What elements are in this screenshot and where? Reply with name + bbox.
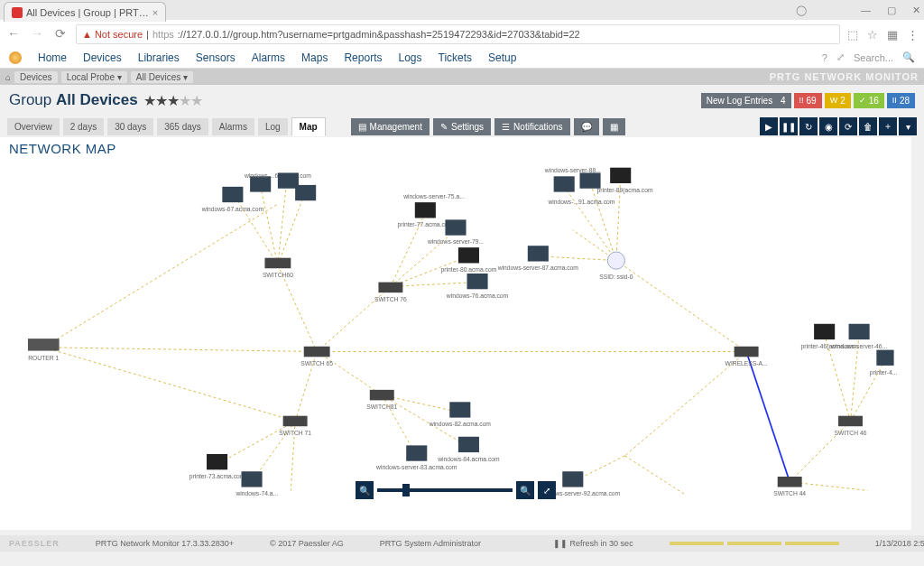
node-router1[interactable]: ROUTER 1: [28, 339, 60, 361]
svg-rect-95: [849, 324, 870, 339]
node-ws2[interactable]: [295, 185, 316, 200]
nav-setup[interactable]: Setup: [488, 51, 516, 64]
node-winsvr46[interactable]: windows-server-46...: [830, 324, 887, 349]
search-icon[interactable]: 🔍: [902, 51, 915, 63]
menu-icon[interactable]: ⋮: [907, 28, 919, 42]
node-switch81[interactable]: SWITCH81: [366, 390, 397, 410]
node-wireless[interactable]: WIRELESS-A...: [725, 347, 768, 367]
nav-logs[interactable]: Logs: [398, 51, 421, 64]
svg-rect-47: [370, 390, 394, 401]
node-prn77[interactable]: printer-77.acma.com: [398, 202, 454, 228]
url-path: ://127.0.0.1//group.htm?username=prtgadm…: [178, 29, 580, 40]
tab-30days[interactable]: 30 days: [107, 118, 153, 135]
nav-alarms[interactable]: Alarms: [252, 51, 285, 64]
node-prn80[interactable]: printer-80.acma.com: [441, 247, 497, 274]
maximize-icon[interactable]: ▢: [887, 5, 896, 16]
nav-home[interactable]: Home: [38, 51, 67, 64]
reload-icon[interactable]: ⟳: [52, 26, 69, 42]
svg-line-4: [261, 187, 278, 265]
action-qr-icon[interactable]: ▦: [603, 118, 625, 135]
favicon-icon: [12, 7, 23, 18]
add-icon[interactable]: ＋: [879, 117, 897, 135]
nav-tickets[interactable]: Tickets: [439, 51, 473, 64]
node-win73[interactable]: printer-73.acma.com: [189, 454, 245, 480]
zoom-out-icon[interactable]: 🔍: [356, 481, 374, 499]
tab-log[interactable]: Log: [258, 118, 288, 135]
zoom-slider[interactable]: [377, 488, 513, 492]
node-switch76[interactable]: SWITCH 76: [374, 283, 407, 302]
profile-icon[interactable]: ◯: [796, 5, 807, 16]
node-prn40[interactable]: printer-4...: [870, 350, 898, 376]
fit-icon[interactable]: ⤢: [538, 481, 556, 499]
action-notifications[interactable]: ☰ Notifications: [494, 118, 569, 135]
node-win76[interactable]: windows-76.acma.com: [446, 274, 509, 299]
browser-tab[interactable]: All Devices | Group | PRT… ×: [4, 2, 166, 22]
logo-icon[interactable]: [9, 51, 22, 64]
refresh-icon[interactable]: ↻: [799, 117, 818, 135]
page-title: Group All Devices: [9, 91, 138, 109]
ok-badge[interactable]: ✓16: [854, 93, 884, 108]
help-icon[interactable]: ?: [822, 52, 827, 63]
search-input[interactable]: Search...: [854, 52, 893, 63]
tab-2days[interactable]: 2 days: [63, 118, 104, 135]
node-ssid[interactable]: SSID: ssid-0: [599, 252, 633, 280]
node-switch46[interactable]: SWITCH 46: [835, 416, 867, 436]
not-secure-badge[interactable]: ▲ Not secure: [82, 29, 143, 40]
node-win74[interactable]: windows-74.a...: [235, 471, 278, 496]
crumb-all-devices[interactable]: All Devices ▾: [131, 71, 193, 83]
nav-maps[interactable]: Maps: [301, 51, 328, 64]
more-icon[interactable]: ▾: [899, 117, 917, 135]
nav-sensors[interactable]: Sensors: [196, 51, 236, 64]
svg-rect-79: [207, 454, 227, 469]
close-icon[interactable]: ✕: [912, 5, 920, 16]
tab-map[interactable]: Map: [291, 117, 326, 136]
warning-badge[interactable]: W2: [825, 93, 851, 108]
action-management[interactable]: ▤ Management: [351, 118, 430, 135]
forward-icon[interactable]: →: [29, 26, 45, 42]
star-icon[interactable]: ☆: [867, 28, 878, 42]
priority-stars[interactable]: ★★★★★: [143, 92, 202, 109]
nav-libraries[interactable]: Libraries: [138, 51, 180, 64]
download-icon[interactable]: ⬚: [847, 28, 858, 42]
pause-icon[interactable]: ❚❚: [780, 117, 798, 135]
status-refresh[interactable]: ❚❚ Refresh in 30 sec: [553, 539, 633, 548]
node-switch44[interactable]: SWITCH 44: [773, 477, 806, 496]
action-settings[interactable]: ✎ Settings: [433, 118, 491, 135]
extension-icon[interactable]: ▦: [887, 28, 898, 42]
svg-rect-71: [439, 213, 440, 215]
node-winsvr87[interactable]: windows-server-87.acma.com: [497, 246, 579, 271]
tab-alarms[interactable]: Alarms: [212, 118, 254, 135]
collapse-icon[interactable]: ⤢: [836, 51, 845, 63]
play-icon[interactable]: ▶: [760, 117, 778, 135]
crumb-probe[interactable]: Local Probe ▾: [61, 71, 127, 83]
svg-text:windows-84.acma.com: windows-84.acma.com: [437, 456, 500, 462]
url-input[interactable]: ▲ Not secure | https://127.0.0.1//group.…: [76, 24, 840, 44]
alarm-badge[interactable]: !!69: [794, 93, 822, 108]
node-win82[interactable]: windows-82.acma.com: [429, 402, 492, 427]
tab-overview[interactable]: Overview: [7, 118, 60, 135]
tab-row: Overview 2 days 30 days 365 days Alarms …: [0, 116, 924, 137]
minimize-icon[interactable]: —: [861, 5, 871, 15]
crumb-devices[interactable]: Devices: [14, 71, 58, 83]
node-prn89[interactable]: printer-89(acma.com: [597, 168, 653, 194]
nav-devices[interactable]: Devices: [83, 51, 122, 64]
node-win84[interactable]: windows-84.acma.com: [437, 437, 500, 462]
paused-badge[interactable]: II28: [887, 93, 915, 108]
node-switch71[interactable]: SWITCH 71: [279, 416, 311, 436]
nav-reports[interactable]: Reports: [344, 51, 382, 64]
back-icon[interactable]: ←: [5, 26, 22, 42]
tab-close-icon[interactable]: ×: [152, 7, 158, 18]
tab-365days[interactable]: 365 days: [157, 118, 208, 135]
zoom-in-icon[interactable]: 🔍: [516, 481, 534, 499]
network-map[interactable]: ROUTER 1 SWITCH60 SWITCH 65 SWITCH 71 SW…: [0, 161, 911, 499]
delete-icon[interactable]: 🗑: [859, 117, 877, 135]
new-log-badge[interactable]: New Log Entries 4: [701, 93, 791, 108]
horizontal-scrollbar[interactable]: [0, 552, 924, 566]
snapshot-icon[interactable]: ◉: [819, 117, 837, 135]
node-switch60[interactable]: SWITCH60: [263, 258, 293, 278]
rescan-icon[interactable]: ⟳: [839, 117, 857, 135]
action-chat-icon[interactable]: 💬: [574, 118, 599, 135]
node-switch65[interactable]: SWITCH 65: [300, 347, 333, 367]
address-bar: ← → ⟳ ▲ Not secure | https://127.0.0.1//…: [0, 22, 924, 47]
home-icon[interactable]: ⌂: [5, 72, 11, 82]
